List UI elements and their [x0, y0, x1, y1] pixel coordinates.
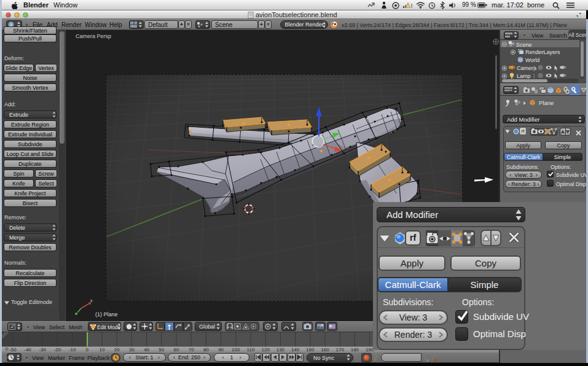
svg-text:180: 180 [351, 347, 359, 352]
svg-text:160: 160 [321, 347, 329, 352]
svg-text:-40: -40 [24, 347, 31, 352]
svg-text:-30: -30 [39, 347, 46, 352]
svg-text:50: 50 [159, 347, 164, 352]
svg-text:40: 40 [144, 347, 149, 352]
svg-text:90: 90 [218, 347, 224, 352]
svg-text:0: 0 [86, 347, 89, 352]
svg-text:170: 170 [336, 347, 345, 352]
svg-text:100: 100 [232, 347, 240, 352]
svg-text:80: 80 [203, 347, 209, 352]
svg-text:30: 30 [129, 347, 135, 352]
svg-text:120: 120 [262, 347, 270, 352]
svg-text:-10: -10 [69, 347, 76, 352]
svg-text:x: x [90, 298, 93, 303]
svg-text:140: 140 [291, 347, 300, 352]
svg-text:110: 110 [247, 347, 255, 352]
svg-text:10: 10 [100, 347, 105, 352]
svg-text:150: 150 [306, 347, 315, 352]
svg-text:60: 60 [174, 347, 179, 352]
svg-text:20: 20 [114, 347, 120, 352]
svg-text:-50: -50 [9, 347, 17, 352]
svg-text:70: 70 [189, 347, 194, 352]
svg-text:130: 130 [276, 347, 285, 352]
svg-text:-20: -20 [54, 347, 61, 352]
